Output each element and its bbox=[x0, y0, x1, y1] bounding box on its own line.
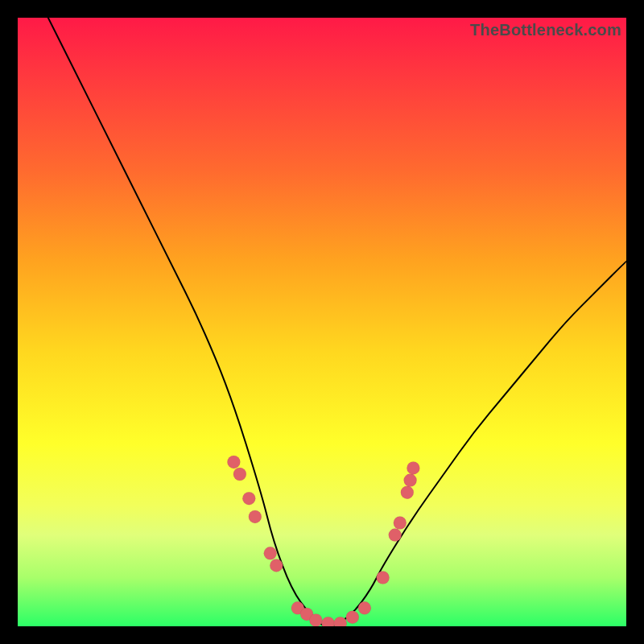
data-marker bbox=[394, 517, 407, 530]
chart-frame: TheBottleneck.com bbox=[0, 0, 644, 644]
markers-group bbox=[227, 456, 419, 626]
data-marker bbox=[358, 601, 371, 614]
data-marker bbox=[322, 617, 335, 626]
plot-area: TheBottleneck.com bbox=[18, 18, 626, 626]
data-marker bbox=[377, 572, 390, 584]
data-marker bbox=[264, 547, 277, 559]
bottleneck-curve bbox=[18, 18, 626, 626]
data-marker bbox=[233, 468, 246, 481]
data-marker bbox=[249, 510, 262, 523]
data-marker bbox=[389, 529, 402, 542]
data-marker bbox=[309, 613, 322, 626]
data-marker bbox=[242, 492, 255, 505]
data-marker bbox=[227, 456, 240, 469]
data-marker bbox=[404, 474, 417, 487]
data-marker bbox=[407, 461, 419, 474]
data-marker bbox=[401, 486, 414, 499]
chart-svg bbox=[18, 18, 626, 626]
data-marker bbox=[346, 611, 359, 624]
data-marker bbox=[270, 559, 283, 572]
